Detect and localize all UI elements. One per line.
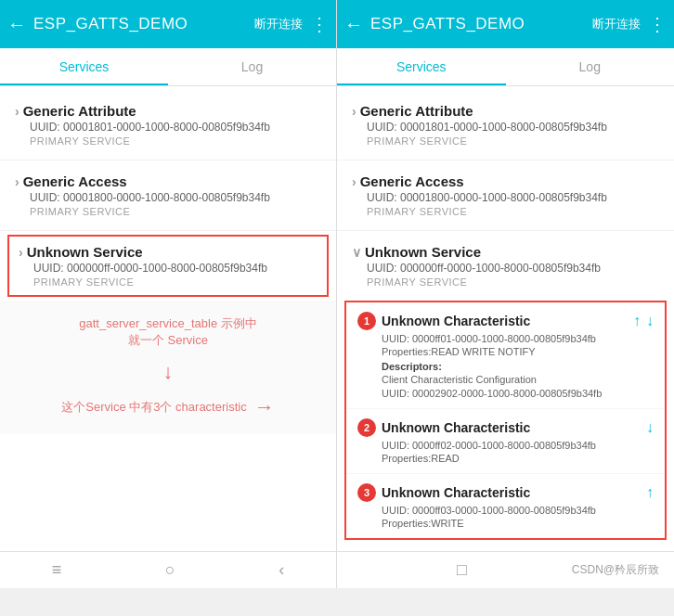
left-phone-panel: ← ESP_GATTS_DEMO 断开连接 ⋮ Services Log › G… (0, 0, 337, 588)
right-header: ← ESP_GATTS_DEMO 断开连接 ⋮ (337, 0, 674, 48)
char-number-3: 3 (357, 483, 376, 502)
char-number-2: 2 (357, 418, 376, 437)
left-arrow-right: → (254, 395, 275, 419)
right-header-title: ESP_GATTS_DEMO (370, 15, 592, 33)
left-bottom-nav: ≡ ○ ‹ (0, 551, 336, 588)
right-service-name-gacc: Generic Access (360, 173, 464, 189)
characteristics-container: 1 Unknown Characteristic ↑ ↓ UUID: 0000f… (344, 301, 667, 540)
right-chevron-unknown: ∨ (352, 245, 361, 260)
char-3-upload-icon[interactable]: ↑ (646, 484, 654, 501)
left-more-icon[interactable]: ⋮ (310, 13, 329, 35)
right-tabs: Services Log (337, 48, 674, 86)
right-more-icon[interactable]: ⋮ (648, 13, 667, 35)
left-service-unknown[interactable]: › Unknown Service UUID: 000000ff-0000-10… (7, 235, 329, 297)
left-service-type-unknown: PRIMARY SERVICE (33, 276, 318, 288)
characteristic-2: 2 Unknown Characteristic ↓ UUID: 0000ff0… (346, 409, 665, 474)
char-uuid-2: UUID: 0000ff02-0000-1000-8000-00805f9b34… (382, 440, 654, 451)
right-phone-panel: ← ESP_GATTS_DEMO 断开连接 ⋮ Services Log › G… (337, 0, 674, 588)
right-tab-log[interactable]: Log (506, 48, 675, 85)
left-nav-back-icon[interactable]: ‹ (279, 560, 284, 580)
char-name-2: Unknown Characteristic (382, 420, 530, 435)
right-service-generic-attribute[interactable]: › Generic Attribute UUID: 00001801-0000-… (337, 94, 674, 156)
char-properties-2: Properties:READ (382, 453, 654, 464)
char-descriptor-uuid-1: UUID: 00002902-0000-1000-8000-00805f9b34… (382, 388, 654, 399)
left-service-uuid-generic-attribute: UUID: 00001801-0000-1000-8000-00805f9b34… (30, 121, 321, 134)
left-back-icon[interactable]: ← (7, 14, 26, 35)
right-type-gacc: PRIMARY SERVICE (367, 206, 659, 217)
left-annotation-line3-container: 这个Service 中有3个 characteristic → (61, 395, 274, 419)
right-bottom-bar: □ CSDN@矜辰所致 (337, 551, 674, 588)
right-disconnect-button[interactable]: 断开连接 (592, 16, 641, 32)
right-chevron-gacc: › (352, 174, 356, 189)
left-service-uuid-generic-access: UUID: 00001800-0000-1000-8000-00805f9b34… (30, 191, 321, 204)
left-arrow-down: ↓ (163, 360, 174, 384)
right-uuid-ga: UUID: 00001801-0000-1000-8000-00805f9b34… (367, 121, 659, 134)
char-name-1: Unknown Characteristic (382, 314, 530, 328)
left-nav-menu-icon[interactable]: ≡ (52, 560, 62, 580)
right-service-name-unknown: Unknown Service (365, 244, 481, 260)
left-tab-services[interactable]: Services (0, 48, 168, 85)
char-1-download-icon[interactable]: ↓ (646, 313, 654, 329)
char-properties-3: Properties:WRITE (382, 518, 654, 529)
char-2-actions: ↓ (646, 419, 654, 436)
right-service-generic-access[interactable]: › Generic Access UUID: 00001800-0000-100… (337, 164, 674, 226)
left-header-title: ESP_GATTS_DEMO (33, 15, 254, 33)
char-descriptors-label-1: Descriptors: (382, 361, 654, 372)
right-type-ga: PRIMARY SERVICE (367, 135, 659, 147)
right-uuid-unknown: UUID: 000000ff-0000-1000-8000-00805f9b34… (367, 262, 659, 275)
left-service-list: › Generic Attribute UUID: 00001801-0000-… (0, 86, 336, 551)
left-chevron-generic-attribute: › (15, 104, 19, 119)
left-service-generic-access[interactable]: › Generic Access UUID: 00001800-0000-100… (0, 164, 336, 226)
right-chevron-ga: › (352, 104, 356, 119)
left-tabs: Services Log (0, 48, 336, 86)
left-annotation-section: gatt_server_service_table 示例中 就一个 Servic… (0, 301, 336, 434)
left-annotation-line3: 这个Service 中有3个 characteristic (61, 399, 246, 416)
left-service-uuid-unknown: UUID: 000000ff-0000-1000-8000-00805f9b34… (33, 262, 318, 275)
right-service-name-ga: Generic Attribute (360, 103, 473, 119)
left-service-name-generic-access: Generic Access (23, 173, 127, 189)
left-service-type-generic-attribute: PRIMARY SERVICE (30, 135, 321, 147)
right-type-unknown: PRIMARY SERVICE (367, 276, 659, 288)
right-nav-home-icon[interactable]: □ (352, 560, 572, 580)
right-tab-services[interactable]: Services (337, 48, 506, 85)
char-descriptor-name-1: Client Characteristic Configuration (382, 374, 654, 385)
char-uuid-1: UUID: 0000ff01-0000-1000-8000-00805f9b34… (382, 333, 654, 344)
char-3-actions: ↑ (646, 484, 654, 501)
right-uuid-gacc: UUID: 00001800-0000-1000-8000-00805f9b34… (367, 191, 659, 204)
char-properties-1: Properties:READ WRITE NOTIFY (382, 346, 654, 357)
char-name-3: Unknown Characteristic (382, 485, 530, 500)
left-annotation-line1: gatt_server_service_table 示例中 就一个 Servic… (79, 315, 256, 349)
right-watermark: CSDN@矜辰所致 (572, 562, 659, 578)
char-number-1: 1 (357, 312, 376, 330)
characteristic-1: 1 Unknown Characteristic ↑ ↓ UUID: 0000f… (346, 302, 665, 409)
right-back-icon[interactable]: ← (344, 14, 363, 35)
characteristic-3: 3 Unknown Characteristic ↑ UUID: 0000ff0… (346, 474, 665, 538)
left-service-name-generic-attribute: Generic Attribute (23, 103, 136, 119)
left-service-generic-attribute[interactable]: › Generic Attribute UUID: 00001801-0000-… (0, 94, 336, 156)
left-service-name-unknown: Unknown Service (27, 244, 143, 260)
left-header: ← ESP_GATTS_DEMO 断开连接 ⋮ (0, 0, 336, 48)
left-disconnect-button[interactable]: 断开连接 (254, 16, 303, 32)
right-service-list: › Generic Attribute UUID: 00001801-0000-… (337, 86, 674, 551)
left-tab-log[interactable]: Log (168, 48, 336, 85)
char-uuid-3: UUID: 0000ff03-0000-1000-8000-00805f9b34… (382, 505, 654, 516)
char-1-upload-icon[interactable]: ↑ (633, 313, 641, 329)
left-nav-home-icon[interactable]: ○ (165, 560, 175, 580)
char-2-download-icon[interactable]: ↓ (646, 419, 654, 436)
right-service-unknown[interactable]: ∨ Unknown Service UUID: 000000ff-0000-10… (337, 235, 674, 297)
left-service-type-generic-access: PRIMARY SERVICE (30, 206, 321, 217)
left-chevron-unknown: › (19, 245, 23, 260)
char-1-actions: ↑ ↓ (633, 313, 654, 329)
left-chevron-generic-access: › (15, 174, 19, 189)
